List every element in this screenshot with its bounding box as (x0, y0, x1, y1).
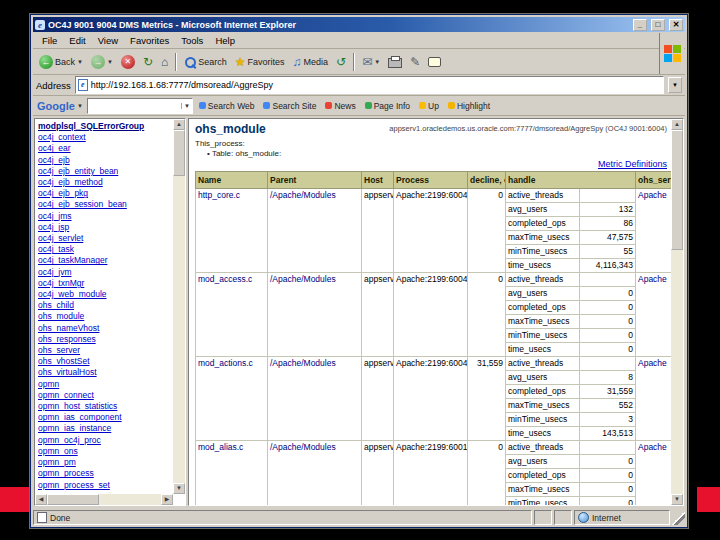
mail-dropdown-icon[interactable]: ▼ (374, 59, 380, 65)
scroll-up-arrow[interactable]: ▲ (671, 119, 683, 130)
refresh-button[interactable]: ↻ (140, 54, 156, 70)
sidebar-link[interactable]: opmn_process_type (38, 491, 171, 492)
sidebar-link[interactable]: ohs_responses (38, 334, 171, 345)
google-button-highlight[interactable]: Highlight (446, 100, 492, 112)
scroll-thumb[interactable] (173, 130, 185, 176)
google-buttons-group: Search WebSearch SiteNewsPage InfoUpHigh… (197, 100, 492, 112)
forward-dropdown-icon[interactable]: ▼ (107, 59, 113, 65)
minimize-button[interactable]: _ (633, 19, 647, 31)
metric-value-cell: 55 (580, 245, 636, 259)
sidebar-link[interactable]: oc4j_jms (38, 211, 171, 222)
sidebar-link[interactable]: opmn_host_statistics (38, 401, 171, 412)
status-bar: Done Internet (33, 508, 685, 525)
forward-button[interactable]: → ▼ (88, 54, 116, 70)
scroll-up-arrow[interactable]: ▲ (173, 119, 185, 130)
menu-item-favorites[interactable]: Favorites (124, 34, 175, 47)
menu-item-tools[interactable]: Tools (175, 34, 209, 47)
edit-button[interactable]: ✎ (407, 54, 423, 70)
sidebar-link[interactable]: oc4j_txnMgr (38, 278, 171, 289)
sidebar-link[interactable]: oc4j_jsp (38, 222, 171, 233)
sidebar-link[interactable]: opmn_pm (38, 457, 171, 468)
google-search-dropdown-icon[interactable]: ▼ (181, 103, 192, 109)
sidebar-link[interactable]: opmn_oc4j_proc (38, 435, 171, 446)
module-ohs-server-cell: Apache (636, 273, 672, 357)
sidebar-link[interactable]: oc4j_ejb_pkg (38, 188, 171, 199)
sidebar-link[interactable]: ohs_virtualHost (38, 367, 171, 378)
title-bar[interactable]: e OC4J 9001 9004 DMS Metrics - Microsoft… (33, 17, 685, 32)
close-button[interactable]: ✕ (669, 19, 683, 31)
menu-item-file[interactable]: File (36, 34, 63, 47)
scroll-thumb[interactable] (671, 130, 683, 250)
address-input[interactable]: e http://192.168.1.68:7777/dmsoread/Aggr… (75, 76, 664, 94)
sidebar-link[interactable]: oc4j_jvm (38, 267, 171, 278)
sidebar-link[interactable]: oc4j_ejb_method (38, 177, 171, 188)
sidebar-link[interactable]: opmn (38, 379, 171, 390)
metric-label-cell: active_threads (506, 273, 580, 287)
metric-value-cell (580, 189, 636, 203)
sidebar-vertical-scrollbar[interactable]: ▲ ▼ (173, 119, 185, 494)
metric-definitions-link[interactable]: Metric Definitions (598, 159, 667, 169)
sidebar-link[interactable]: oc4j_task (38, 244, 171, 255)
maximize-button[interactable]: □ (651, 19, 665, 31)
sidebar-link[interactable]: opmn_process (38, 468, 171, 479)
sidebar-link[interactable]: oc4j_servlet (38, 233, 171, 244)
print-icon (388, 58, 402, 68)
sidebar-link[interactable]: oc4j_ear (38, 143, 171, 154)
google-button-search-site[interactable]: Search Site (261, 100, 318, 112)
table-header-cell: Process (394, 172, 468, 189)
module-process-cell: Apache:2199:6004 (394, 273, 468, 357)
sidebar-link[interactable]: oc4j_taskManager (38, 255, 171, 266)
sidebar-link[interactable]: opmn_ias_component (38, 412, 171, 423)
metric-label-cell: time_usecs (506, 343, 580, 357)
sidebar-link[interactable]: ohs_module (38, 311, 171, 322)
sidebar-link[interactable]: ohs_nameVhost (38, 323, 171, 334)
back-dropdown-icon[interactable]: ▼ (77, 59, 83, 65)
google-logo-button[interactable]: Google ▼ (37, 100, 83, 112)
menu-item-help[interactable]: Help (209, 34, 241, 47)
address-dropdown-button[interactable]: ▼ (668, 77, 682, 93)
sidebar-link[interactable]: oc4j_context (38, 132, 171, 143)
google-button-up[interactable]: Up (417, 100, 441, 112)
module-decline-cell: 0 (468, 273, 506, 357)
search-button[interactable]: Search (181, 55, 230, 69)
sidebar-link[interactable]: oc4j_ejb_session_bean (38, 199, 171, 210)
module-host-cell: appserv (362, 273, 394, 357)
sidebar-link[interactable]: ohs_vhostSet (38, 356, 171, 367)
google-button-news[interactable]: News (323, 100, 357, 112)
metric-value-cell: 0 (580, 301, 636, 315)
scroll-down-arrow[interactable]: ▼ (671, 494, 683, 505)
menu-item-view[interactable]: View (92, 34, 124, 47)
print-button[interactable] (385, 54, 405, 69)
sidebar-horizontal-scrollbar[interactable]: ◀ ▶ (35, 494, 173, 505)
home-button[interactable]: ⌂ (158, 54, 171, 70)
sidebar-link[interactable]: ohs_server (38, 345, 171, 356)
sidebar-link[interactable]: ohs_child (38, 300, 171, 311)
google-button-page-info[interactable]: Page Info (363, 100, 412, 112)
scroll-right-arrow[interactable]: ▶ (161, 494, 173, 505)
google-button-search-web[interactable]: Search Web (197, 100, 257, 112)
favorites-button[interactable]: ★ Favorites (232, 54, 288, 70)
sidebar-link[interactable]: opmn_connect (38, 390, 171, 401)
back-button[interactable]: ← Back ▼ (36, 54, 86, 70)
sidebar-link[interactable]: oc4j_ejb (38, 155, 171, 166)
process-line: This_process: (195, 139, 669, 148)
sidebar-link[interactable]: opmn_ons (38, 446, 171, 457)
discuss-button[interactable] (425, 56, 444, 68)
sidebar-link[interactable]: opmn_ias_instance (38, 423, 171, 434)
sidebar-link[interactable]: oc4j_ejb_entity_bean (38, 166, 171, 177)
media-button[interactable]: ♫ Media (290, 54, 332, 70)
scroll-left-arrow[interactable]: ◀ (35, 494, 47, 505)
scroll-down-arrow[interactable]: ▼ (173, 483, 185, 494)
window-resize-grip[interactable] (672, 510, 685, 525)
sidebar-link[interactable]: modplsql_SQLErrorGroup (38, 121, 171, 132)
main-vertical-scrollbar[interactable]: ▲ ▼ (671, 119, 683, 505)
google-search-input[interactable]: ▼ (87, 98, 193, 114)
sidebar-link[interactable]: opmn_process_set (38, 480, 171, 491)
scroll-thumb[interactable] (47, 494, 99, 505)
mail-button[interactable]: ✉ ▼ (359, 54, 383, 70)
menu-item-edit[interactable]: Edit (63, 34, 91, 47)
sidebar-link[interactable]: oc4j_web_module (38, 289, 171, 300)
metric-table-frame: ohs_module appserv1.oracledemos.us.oracl… (188, 118, 684, 506)
stop-button[interactable]: ✕ (118, 54, 138, 70)
history-button[interactable]: ↺ (333, 54, 349, 70)
